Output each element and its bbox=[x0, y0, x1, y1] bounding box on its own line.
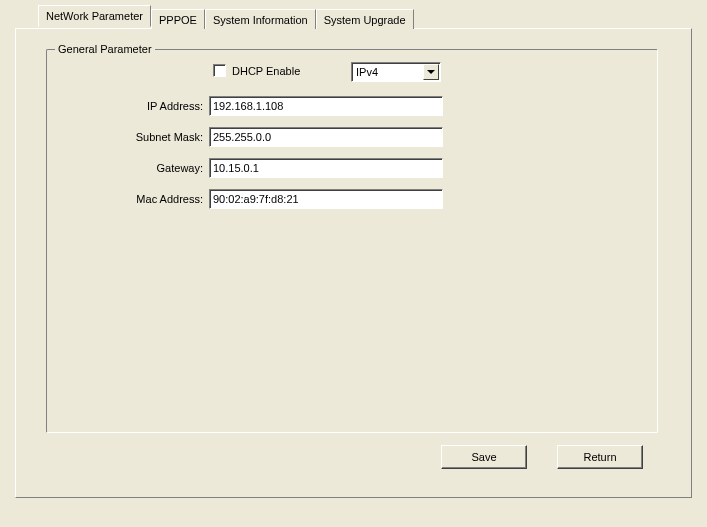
gateway-label: Gateway: bbox=[119, 162, 209, 174]
chevron-down-icon bbox=[427, 70, 435, 74]
mac-address-input bbox=[209, 189, 443, 209]
tab-system-upgrade[interactable]: System Upgrade bbox=[316, 9, 414, 29]
ip-address-input[interactable] bbox=[209, 96, 443, 116]
ip-version-select[interactable]: IPv4 bbox=[351, 62, 441, 82]
save-button[interactable]: Save bbox=[441, 445, 527, 469]
ip-version-value: IPv4 bbox=[352, 63, 422, 81]
dhcp-enable-checkbox[interactable] bbox=[213, 64, 226, 77]
gateway-input[interactable] bbox=[209, 158, 443, 178]
tab-pppoe[interactable]: PPPOE bbox=[151, 9, 205, 29]
network-config-window: NetWork Parameter PPPOE System Informati… bbox=[0, 0, 707, 527]
ip-address-label: IP Address: bbox=[119, 100, 209, 112]
subnet-mask-label: Subnet Mask: bbox=[119, 131, 209, 143]
tab-bar: NetWork Parameter PPPOE System Informati… bbox=[38, 9, 414, 29]
tab-panel: General Parameter DHCP Enable IPv4 IP Ad… bbox=[15, 28, 692, 498]
return-button[interactable]: Return bbox=[557, 445, 643, 469]
general-parameter-fieldset: General Parameter DHCP Enable IPv4 IP Ad… bbox=[46, 49, 658, 433]
tab-network-parameter[interactable]: NetWork Parameter bbox=[38, 5, 151, 27]
dhcp-enable-label: DHCP Enable bbox=[232, 65, 300, 77]
tab-system-information[interactable]: System Information bbox=[205, 9, 316, 29]
subnet-mask-input[interactable] bbox=[209, 127, 443, 147]
fieldset-legend: General Parameter bbox=[55, 43, 155, 55]
mac-address-label: Mac Address: bbox=[119, 193, 209, 205]
dropdown-button[interactable] bbox=[423, 64, 439, 80]
